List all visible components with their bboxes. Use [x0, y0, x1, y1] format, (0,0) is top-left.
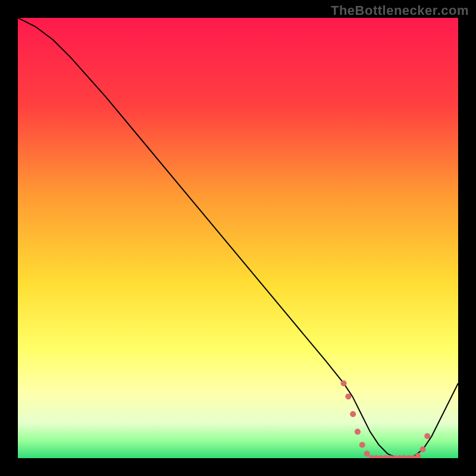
threshold-marker	[355, 429, 361, 435]
chart-area	[18, 18, 458, 458]
watermark-text: TheBottlenecker.com	[331, 3, 469, 18]
threshold-marker	[415, 453, 421, 458]
threshold-marker	[424, 433, 430, 439]
threshold-marker	[345, 393, 351, 399]
bottleneck-curve	[18, 18, 458, 458]
threshold-marker	[341, 380, 347, 386]
threshold-marker	[350, 411, 356, 417]
threshold-marker	[419, 446, 425, 452]
curve-overlay	[18, 18, 458, 458]
threshold-marker	[364, 451, 370, 457]
threshold-markers	[341, 380, 431, 458]
chart-container: TheBottlenecker.com	[0, 0, 476, 476]
threshold-marker	[359, 442, 365, 448]
